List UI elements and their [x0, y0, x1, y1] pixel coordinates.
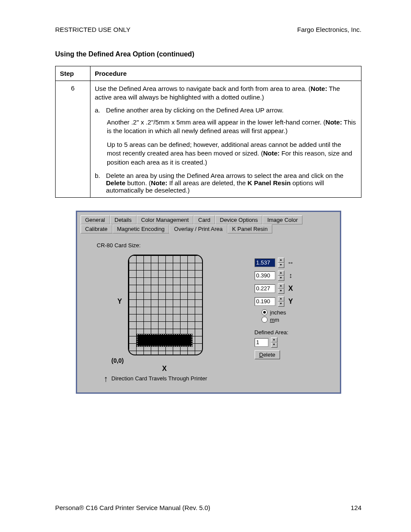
page-number: 124 — [351, 504, 361, 511]
y-axis-label: Y — [118, 298, 122, 305]
tab-calibrate[interactable]: Calibrate — [81, 224, 112, 233]
width-input[interactable] — [255, 258, 275, 267]
procedure-cell: Use the Defined Area arrows to navigate … — [90, 81, 361, 198]
y-input[interactable] — [255, 297, 275, 306]
page-footer: Persona® C16 Card Printer Service Manual… — [55, 504, 361, 511]
x-icon: X — [287, 285, 295, 292]
col-step: Step — [56, 66, 90, 81]
unit-mm-radio[interactable]: mm — [262, 317, 332, 323]
col-procedure: Procedure — [90, 66, 361, 81]
tab-magnetic-encoding[interactable]: Magnetic Encoding — [112, 224, 170, 233]
section-title: Using the Defined Area Option (continued… — [55, 50, 361, 58]
origin-label: (0,0) — [112, 357, 223, 364]
width-down[interactable]: ▼ — [278, 263, 284, 268]
delete-button[interactable]: Delete — [255, 350, 280, 359]
defined-area-down[interactable]: ▼ — [271, 342, 277, 348]
tab-general[interactable]: General — [81, 215, 110, 224]
tab-details[interactable]: Details — [110, 215, 137, 224]
height-up[interactable]: ▲ — [278, 271, 284, 276]
x-input[interactable] — [255, 284, 275, 293]
tab-color-management[interactable]: Color Management — [137, 215, 194, 224]
tab-k-panel-resin[interactable]: K Panel Resin — [227, 224, 272, 233]
width-icon: ↔ — [287, 259, 295, 267]
defined-area-rect[interactable] — [137, 334, 193, 347]
card-size-label: CR-80 Card Size: — [97, 242, 255, 249]
tab-device-options[interactable]: Device Options — [215, 215, 262, 224]
tab-overlay-print-area[interactable]: Overlay / Print Area — [169, 224, 227, 233]
direction-arrow-icon: ↑ — [104, 374, 108, 383]
step-number: 6 — [56, 81, 90, 198]
x-down[interactable]: ▼ — [278, 289, 284, 294]
x-up[interactable]: ▲ — [278, 283, 284, 289]
header-left: RESTRICTED USE ONLY — [55, 26, 131, 33]
footer-left: Persona® C16 Card Printer Service Manual… — [55, 504, 210, 511]
print-area-dialog: GeneralDetailsColor ManagementCardDevice… — [76, 211, 341, 394]
y-icon: Y — [287, 298, 295, 305]
y-up[interactable]: ▲ — [278, 296, 284, 302]
unit-inches-radio[interactable]: inches — [262, 309, 332, 316]
direction-text: Direction Card Travels Through Printer — [112, 375, 207, 382]
defined-area-input[interactable] — [255, 338, 268, 347]
tab-card[interactable]: Card — [193, 215, 215, 224]
x-axis-label: X — [128, 365, 201, 373]
width-up[interactable]: ▲ — [278, 258, 284, 263]
tab-strip: GeneralDetailsColor ManagementCardDevice… — [81, 215, 336, 233]
card-preview-grid[interactable] — [128, 255, 203, 355]
y-down[interactable]: ▼ — [278, 302, 284, 307]
defined-area-label: Defined Area: — [255, 329, 332, 336]
tab-image-color[interactable]: Image Color — [262, 215, 302, 224]
height-icon: ↕ — [287, 272, 295, 280]
page-header: RESTRICTED USE ONLY Fargo Electronics, I… — [55, 26, 361, 33]
height-input[interactable] — [255, 271, 275, 280]
height-down[interactable]: ▼ — [278, 276, 284, 281]
header-right: Fargo Electronics, Inc. — [297, 26, 361, 33]
procedure-table: Step Procedure 6 Use the Defined Area ar… — [55, 66, 361, 198]
defined-area-up[interactable]: ▲ — [271, 337, 277, 342]
